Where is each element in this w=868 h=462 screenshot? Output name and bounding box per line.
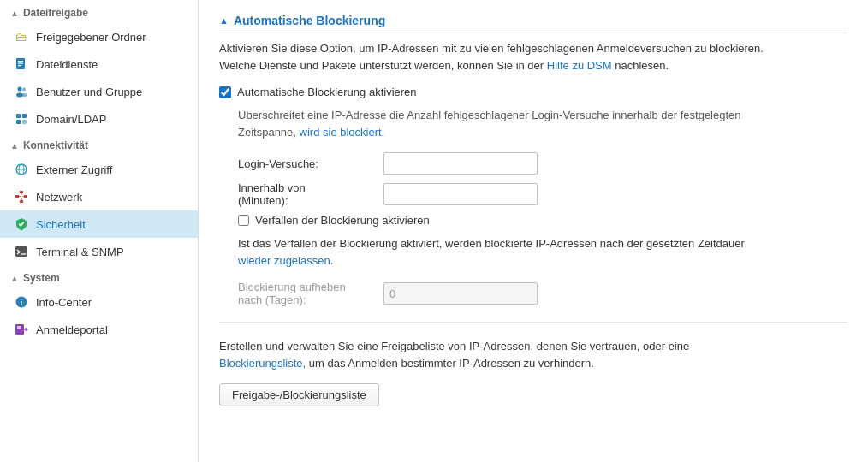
section-title: Automatische Blockierung xyxy=(234,14,385,27)
svg-point-7 xyxy=(22,93,27,97)
svg-rect-9 xyxy=(22,114,27,118)
allowlist-desc2-link-text: um das Anmelden bestimmter IP-Adressen z… xyxy=(309,357,594,370)
network-icon xyxy=(14,189,29,204)
expire-checkbox-row: Verfallen der Blockierung aktivieren xyxy=(238,214,847,227)
expire-desc2-link: wieder zugelassen. xyxy=(238,254,333,267)
expire-desc1: Ist das Verfallen der Blockierung aktivi… xyxy=(238,237,745,250)
allowlist-link: Blockierungsliste, xyxy=(219,357,306,370)
chevron-system-icon: ▲ xyxy=(10,274,19,283)
sidebar-section-dateifreigabe-label: Dateifreigabe xyxy=(23,7,88,19)
sidebar-item-dateidienste[interactable]: Dateidienste xyxy=(0,50,198,78)
sub-description: Überschreitet eine IP-Adresse die Anzahl… xyxy=(238,107,847,140)
section-chevron-icon: ▲ xyxy=(219,15,229,26)
expire-checkbox-label[interactable]: Verfallen der Blockierung aktivieren xyxy=(255,214,430,227)
auto-block-checkbox-row: Automatische Blockierung aktivieren xyxy=(219,86,847,98)
description-text: Aktivieren Sie diese Option, um IP-Adres… xyxy=(219,40,847,74)
domain-icon xyxy=(14,111,29,127)
desc1: Aktivieren Sie diese Option, um IP-Adres… xyxy=(219,42,764,55)
login-versuche-label: Login-Versuche: xyxy=(238,157,375,170)
user-icon xyxy=(14,84,29,99)
unblock-field: Blockierung aufhebennach (Tagen): xyxy=(238,281,847,306)
dateidienste-icon xyxy=(14,56,29,72)
svg-rect-18 xyxy=(20,200,23,203)
svg-rect-28 xyxy=(17,326,21,329)
main-content: ▲ Automatische Blockierung Aktivieren Si… xyxy=(199,0,868,462)
svg-rect-3 xyxy=(18,65,21,66)
info-icon: i xyxy=(14,294,29,310)
svg-rect-17 xyxy=(24,195,27,198)
sub-desc2-link: wird sie blockiert. xyxy=(300,126,385,139)
sidebar-item-terminal-snmp-label: Terminal & SNMP xyxy=(36,246,124,258)
innerhalb-von-input[interactable] xyxy=(383,183,538,205)
unblock-input[interactable] xyxy=(383,282,538,305)
sidebar-item-domain-ldap-label: Domain/LDAP xyxy=(36,113,106,126)
innerhalb-von-label: Innerhalb von(Minuten): xyxy=(238,181,375,207)
svg-rect-27 xyxy=(15,324,24,335)
desc2-prefix: Welche Dienste und Pakete unterstützt we… xyxy=(219,59,547,72)
sidebar-item-terminal-snmp[interactable]: Terminal & SNMP xyxy=(0,238,198,265)
svg-rect-8 xyxy=(16,114,21,118)
sidebar-item-sicherheit[interactable]: Sicherheit xyxy=(0,210,198,238)
sidebar-item-freigegebener-ordner[interactable]: 🗁 Freigegebener Ordner xyxy=(0,23,198,50)
sub-desc2-prefix: Zeitspanne, xyxy=(238,126,300,139)
sidebar-item-freigegebener-ordner-label: Freigegebener Ordner xyxy=(36,31,146,44)
sidebar-section-system-label: System xyxy=(23,272,60,284)
allowlist-description: Erstellen und verwalten Sie eine Freigab… xyxy=(219,338,847,371)
svg-rect-23 xyxy=(15,246,27,257)
sidebar-section-konnektivitaet-label: Konnektivität xyxy=(23,139,88,151)
section-header: ▲ Automatische Blockierung xyxy=(219,14,847,33)
svg-rect-2 xyxy=(18,63,23,64)
sidebar-item-externer-zugriff-label: Externer Zugriff xyxy=(36,163,112,176)
login-icon xyxy=(14,322,29,337)
auto-block-checkbox[interactable] xyxy=(219,86,231,98)
hilfe-link[interactable]: Hilfe zu DSM xyxy=(547,59,612,72)
innerhalb-von-field: Innerhalb von(Minuten): xyxy=(238,181,847,207)
unblock-label: Blockierung aufhebennach (Tagen): xyxy=(238,281,375,306)
allowlist-desc1: Erstellen und verwalten Sie eine Freigab… xyxy=(219,340,689,352)
terminal-icon xyxy=(14,244,29,259)
sidebar-item-anmeldeportal[interactable]: Anmeldeportal xyxy=(0,316,198,343)
svg-point-4 xyxy=(18,87,22,92)
svg-rect-15 xyxy=(20,191,23,193)
folder-icon: 🗁 xyxy=(14,29,29,44)
sidebar-section-konnektivitaet[interactable]: ▲ Konnektivität xyxy=(0,133,198,156)
chevron-dateifreigabe-icon: ▲ xyxy=(10,9,19,18)
sidebar-item-benutzer-gruppe[interactable]: Benutzer und Gruppe xyxy=(0,78,198,105)
desc2-suffix: nachlesen. xyxy=(612,59,669,72)
sidebar-section-system[interactable]: ▲ System xyxy=(0,265,198,288)
allowlist-button[interactable]: Freigabe-/Blockierungsliste xyxy=(219,383,379,406)
login-versuche-input[interactable] xyxy=(383,152,538,175)
sidebar-item-sicherheit-label: Sicherheit xyxy=(36,218,86,231)
sidebar-item-info-center[interactable]: i Info-Center xyxy=(0,288,198,316)
svg-rect-10 xyxy=(16,120,21,124)
sub-desc1: Überschreitet eine IP-Adresse die Anzahl… xyxy=(238,109,741,121)
sidebar-item-externer-zugriff[interactable]: Externer Zugriff xyxy=(0,156,198,183)
svg-rect-16 xyxy=(15,195,19,198)
sidebar-item-domain-ldap[interactable]: Domain/LDAP xyxy=(0,105,198,133)
sidebar-item-info-center-label: Info-Center xyxy=(36,296,92,309)
expire-description: Ist das Verfallen der Blockierung aktivi… xyxy=(238,235,847,269)
security-icon xyxy=(14,216,29,232)
login-versuche-field: Login-Versuche: xyxy=(238,152,847,175)
chevron-konnektivitaet-icon: ▲ xyxy=(10,141,19,151)
sidebar: ▲ Dateifreigabe 🗁 Freigegebener Ordner D… xyxy=(0,0,199,462)
sidebar-item-anmeldeportal-label: Anmeldeportal xyxy=(36,323,108,336)
sidebar-section-dateifreigabe[interactable]: ▲ Dateifreigabe xyxy=(0,0,198,23)
sidebar-item-dateidienste-label: Dateidienste xyxy=(36,58,98,71)
svg-rect-1 xyxy=(18,61,23,62)
sidebar-item-netzwerk[interactable]: Netzwerk xyxy=(0,183,198,210)
svg-rect-11 xyxy=(22,120,27,124)
external-icon xyxy=(14,162,29,177)
auto-block-checkbox-label[interactable]: Automatische Blockierung aktivieren xyxy=(237,86,417,98)
svg-point-6 xyxy=(22,88,26,92)
sidebar-item-benutzer-gruppe-label: Benutzer und Gruppe xyxy=(36,86,142,98)
sidebar-item-netzwerk-label: Netzwerk xyxy=(36,191,82,204)
expire-checkbox[interactable] xyxy=(238,215,249,226)
svg-text:i: i xyxy=(21,299,23,307)
divider xyxy=(219,322,847,323)
